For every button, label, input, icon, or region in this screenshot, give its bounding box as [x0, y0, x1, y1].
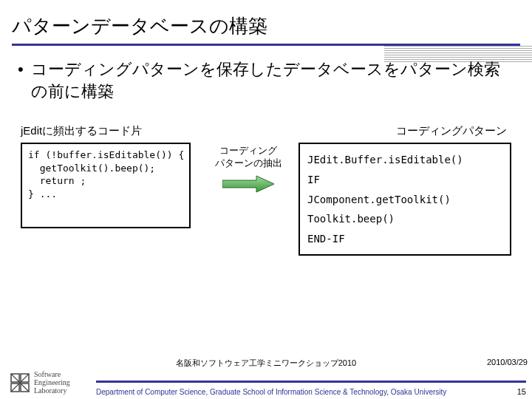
pattern-line: JEdit.Buffer.isEditable() [307, 150, 502, 170]
footer-date: 2010/03/29 [487, 358, 528, 366]
svg-marker-0 [222, 176, 274, 192]
code-card-front: if (!buffer.isEditable()) { getToolkit()… [21, 143, 191, 228]
body: • コーディングパターンを保存したデータベースをパターン検索の前に構築 jEdi… [0, 44, 532, 256]
title-stripe-decoration [384, 46, 532, 62]
right-column: コーディングパターン JEdit.Buffer.isEditable() IF … [299, 124, 511, 256]
pattern-box: JEdit.Buffer.isEditable() IF JComponent.… [299, 143, 511, 256]
footer-logo: Software Engineering Laboratory [10, 370, 70, 395]
left-column: jEditに頻出するコード片 if (!buffer.isEditable())… [21, 124, 198, 231]
pattern-line: Toolkit.beep() [307, 209, 502, 229]
diagram: jEditに頻出するコード片 if (!buffer.isEditable())… [18, 124, 514, 256]
lab-logo-text: Software Engineering Laboratory [34, 370, 70, 395]
arrow-label-line2: パターンの抽出 [215, 157, 282, 168]
left-label: jEditに頻出するコード片 [21, 124, 198, 138]
right-label: コーディングパターン [299, 124, 511, 138]
middle-column: コーディング パターンの抽出 [204, 124, 293, 197]
pattern-line: END-IF [307, 229, 502, 249]
arrow-label: コーディング パターンの抽出 [204, 145, 293, 170]
arrow-label-line1: コーディング [219, 145, 277, 156]
footer-center-text: 名阪和ソフトウェア工学ミニワークショップ2010 [0, 352, 532, 369]
pattern-line: JComponent.getToolkit() [307, 190, 502, 210]
logo-line3: Laboratory [34, 386, 66, 395]
code-card-stack: if (!buffer.isEditable()) { getToolkit()… [21, 143, 191, 231]
footer-page-number: 15 [517, 387, 526, 396]
arrow-right-icon [222, 174, 274, 194]
slide-title: パターンデータベースの構築 [0, 0, 532, 44]
bullet-dot: • [18, 58, 24, 81]
bullet-text: コーディングパターンを保存したデータベースをパターン検索の前に構築 [31, 58, 514, 102]
bullet-item: • コーディングパターンを保存したデータベースをパターン検索の前に構築 [18, 58, 514, 102]
logo-line1: Software [34, 370, 61, 378]
lab-logo-icon [10, 373, 30, 392]
footer-separator [96, 381, 526, 383]
logo-line2: Engineering [34, 378, 70, 386]
footer-department: Department of Computer Science, Graduate… [96, 388, 526, 396]
pattern-line: IF [307, 170, 502, 190]
footer: 名阪和ソフトウェア工学ミニワークショップ2010 2010/03/29 Depa… [0, 352, 532, 399]
